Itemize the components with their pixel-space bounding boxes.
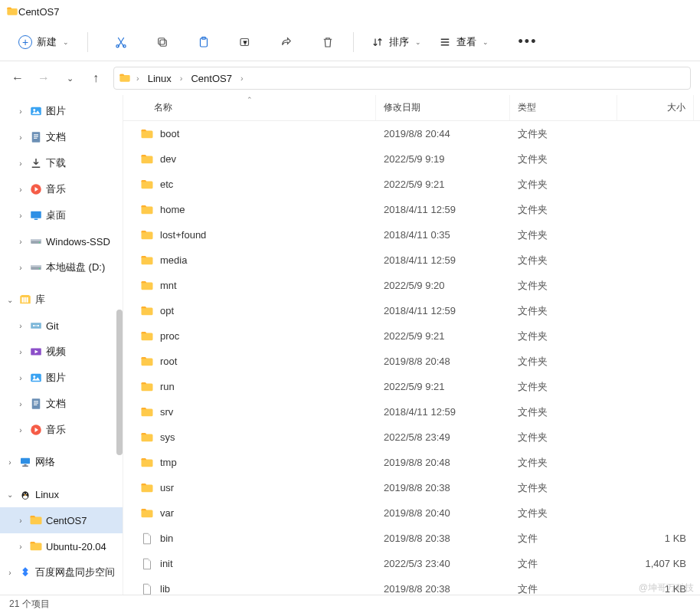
folder-icon [29, 513, 43, 527]
chevron-icon[interactable]: › [15, 185, 26, 194]
sidebar-item[interactable]: › 本地磁盘 (D:) [0, 254, 123, 280]
table-row[interactable]: bin 2019/8/8 20:38 文件 1 KB [123, 526, 700, 551]
file-name: var [160, 507, 174, 519]
table-row[interactable]: lost+found 2018/4/11 0:35 文件夹 [123, 222, 700, 247]
cut-button[interactable] [106, 28, 136, 56]
up-button[interactable]: ↑ [87, 70, 104, 87]
sidebar-item[interactable]: › Git [0, 313, 123, 339]
sidebar-item[interactable]: ⌄ 库 [0, 287, 123, 313]
table-row[interactable]: boot 2019/8/8 20:44 文件夹 [123, 121, 700, 146]
linux-icon [18, 487, 32, 501]
table-row[interactable]: srv 2018/4/11 12:59 文件夹 [123, 399, 700, 425]
cell-date: 2019/8/8 20:38 [376, 533, 510, 544]
sidebar-item[interactable]: › 音乐 [0, 176, 123, 202]
scrollbar-thumb[interactable] [116, 310, 123, 455]
chevron-icon[interactable]: › [15, 426, 26, 434]
chevron-icon[interactable]: › [15, 107, 26, 116]
chevron-icon[interactable]: › [15, 374, 26, 382]
breadcrumb-segment[interactable]: Linux [145, 71, 175, 86]
sidebar-item-label: Windows-SSD [46, 236, 110, 247]
more-button[interactable]: ••• [513, 28, 542, 56]
view-button[interactable]: 查看 ⌄ [432, 31, 495, 54]
sidebar-item[interactable]: › CentOS7 [0, 507, 123, 533]
sidebar-item[interactable]: › 图片 [0, 365, 123, 391]
column-date[interactable]: 修改日期 [376, 95, 510, 120]
chevron-icon[interactable]: › [5, 458, 15, 467]
sidebar-item[interactable]: ⌄ Linux [0, 481, 123, 507]
breadcrumb[interactable]: › Linux › CentOS7 › [113, 67, 691, 90]
chevron-icon[interactable]: › [15, 543, 26, 551]
folder-icon [140, 405, 154, 419]
chevron-down-icon: ⌄ [63, 38, 69, 46]
chevron-icon[interactable]: › [15, 348, 26, 356]
chevron-icon[interactable]: › [15, 159, 26, 168]
chevron-icon[interactable]: › [15, 516, 26, 525]
table-row[interactable]: home 2018/4/11 12:59 文件夹 [123, 197, 700, 222]
rename-button[interactable] [231, 28, 260, 56]
table-row[interactable]: proc 2022/5/9 9:21 文件夹 [123, 323, 700, 349]
chevron-icon[interactable]: ⌄ [5, 490, 15, 499]
copy-button[interactable] [148, 28, 177, 56]
breadcrumb-segment[interactable]: CentOS7 [188, 71, 234, 86]
table-row[interactable]: usr 2019/8/8 20:38 文件夹 [123, 475, 700, 500]
recent-button[interactable]: ⌄ [61, 70, 78, 87]
column-name[interactable]: ⌃名称 [123, 95, 376, 120]
folder-icon [140, 506, 154, 520]
sidebar-item[interactable]: › 百度网盘同步空间 [0, 559, 123, 585]
chevron-icon[interactable]: › [5, 569, 15, 577]
share-button[interactable] [272, 28, 301, 56]
folder-icon [140, 329, 154, 343]
chevron-right-icon[interactable]: › [134, 74, 142, 83]
sidebar-item[interactable]: › 视频 [0, 339, 123, 365]
table-row[interactable]: tmp 2019/8/8 20:48 文件夹 [123, 450, 700, 475]
chevron-icon[interactable]: › [15, 211, 26, 220]
file-name: mnt [160, 280, 177, 291]
new-button[interactable]: + 新建 ⌄ [11, 31, 77, 54]
cell-size: 1 KB [617, 583, 694, 595]
table-row[interactable]: opt 2018/4/11 12:59 文件夹 [123, 298, 700, 323]
chevron-icon[interactable]: › [15, 264, 26, 272]
cell-name: sys [123, 431, 376, 444]
table-row[interactable]: mnt 2022/5/9 9:20 文件夹 [123, 273, 700, 298]
chevron-icon[interactable]: ⌄ [5, 296, 15, 304]
chevron-icon[interactable]: › [15, 238, 26, 246]
folder-icon [140, 304, 154, 318]
sidebar-item[interactable]: › 音乐 [0, 417, 123, 443]
delete-button[interactable] [313, 28, 342, 56]
sidebar-item[interactable]: › 文档 [0, 124, 123, 150]
sidebar-item[interactable]: › 下载 [0, 150, 123, 176]
sidebar-item[interactable]: › 文档 [0, 391, 123, 417]
sidebar-item[interactable]: › Ubuntu-20.04 [0, 533, 123, 559]
table-row[interactable]: lib 2019/8/8 20:38 文件 1 KB [123, 576, 700, 595]
file-name: media [160, 254, 187, 266]
sidebar-item[interactable]: › Windows-SSD [0, 228, 123, 254]
sidebar-item[interactable]: › 图片 [0, 98, 123, 124]
file-icon [140, 532, 154, 546]
chevron-right-icon[interactable]: › [238, 74, 246, 83]
forward-button[interactable]: → [35, 70, 52, 87]
back-button[interactable]: ← [9, 70, 26, 87]
sidebar-item[interactable]: › 桌面 [0, 202, 123, 228]
chevron-icon[interactable]: › [15, 133, 26, 142]
column-size[interactable]: 大小 [617, 95, 694, 120]
table-row[interactable]: root 2019/8/8 20:48 文件夹 [123, 349, 700, 374]
table-row[interactable]: etc 2022/5/9 9:21 文件夹 [123, 172, 700, 197]
table-row[interactable]: media 2018/4/11 12:59 文件夹 [123, 247, 700, 273]
folder-icon [140, 254, 154, 267]
svg-rect-29 [159, 38, 165, 44]
table-row[interactable]: run 2022/5/9 9:21 文件夹 [123, 374, 700, 399]
cell-name: etc [123, 178, 376, 192]
table-row[interactable]: sys 2022/5/8 23:49 文件夹 [123, 425, 700, 450]
column-type[interactable]: 类型 [510, 95, 617, 120]
chevron-right-icon[interactable]: › [178, 74, 185, 83]
table-row[interactable]: init 2022/5/3 23:40 文件 1,407 KB [123, 551, 700, 576]
table-row[interactable]: dev 2022/5/9 9:19 文件夹 [123, 146, 700, 172]
sort-button[interactable]: 排序 ⌄ [365, 31, 427, 54]
chevron-icon[interactable]: › [15, 322, 26, 330]
chevron-icon[interactable]: › [15, 400, 26, 408]
sidebar-item[interactable]: › 网络 [0, 449, 123, 475]
paste-button[interactable] [189, 28, 218, 56]
file-name: bin [160, 533, 173, 544]
table-row[interactable]: var 2019/8/8 20:40 文件夹 [123, 500, 700, 526]
cell-type: 文件夹 [510, 481, 617, 495]
